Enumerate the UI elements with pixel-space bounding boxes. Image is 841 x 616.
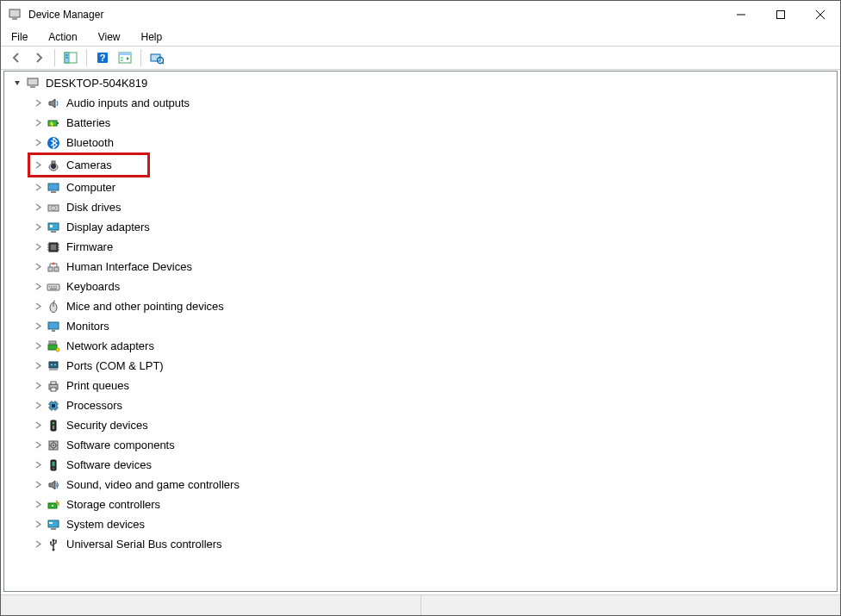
chevron-right-icon[interactable] bbox=[32, 439, 44, 451]
tree-category-monitors[interactable]: Monitors bbox=[11, 316, 837, 336]
chevron-right-icon[interactable] bbox=[32, 281, 44, 293]
chevron-right-icon[interactable] bbox=[32, 320, 44, 333]
tree-category-keyboards[interactable]: Keyboards bbox=[11, 277, 837, 296]
tree-category-label: Universal Serial Bus controllers bbox=[65, 538, 222, 551]
tree-category-bluetooth[interactable]: Bluetooth bbox=[11, 133, 837, 152]
tree-category-label: Keyboards bbox=[65, 280, 120, 293]
menu-help[interactable]: Help bbox=[138, 29, 166, 45]
svg-rect-88 bbox=[53, 462, 55, 466]
computer-root-icon bbox=[25, 76, 40, 91]
svg-rect-44 bbox=[48, 267, 53, 271]
chevron-right-icon[interactable] bbox=[32, 137, 44, 149]
chevron-right-icon[interactable] bbox=[32, 241, 44, 253]
back-button[interactable] bbox=[6, 48, 27, 67]
chevron-right-icon[interactable] bbox=[32, 519, 44, 531]
mouse-icon bbox=[46, 299, 61, 314]
svg-rect-66 bbox=[51, 388, 56, 391]
chevron-right-icon[interactable] bbox=[32, 360, 44, 372]
maximize-button[interactable] bbox=[761, 1, 801, 28]
device-tree[interactable]: DESKTOP-504K819Audio inputs and outputsB… bbox=[3, 71, 838, 592]
menu-action[interactable]: Action bbox=[45, 29, 80, 45]
tree-category-cameras[interactable]: Cameras bbox=[30, 155, 147, 175]
status-cell-right bbox=[421, 595, 841, 615]
disk-icon bbox=[46, 200, 61, 215]
svg-point-89 bbox=[53, 468, 54, 470]
svg-rect-52 bbox=[50, 288, 57, 289]
chevron-right-icon[interactable] bbox=[32, 159, 44, 171]
chevron-right-icon[interactable] bbox=[32, 202, 44, 214]
chevron-right-icon[interactable] bbox=[32, 301, 44, 313]
window-title: Device Manager bbox=[28, 9, 103, 21]
sound-icon bbox=[46, 477, 61, 493]
chevron-down-icon[interactable] bbox=[11, 78, 23, 90]
tree-category-security-devices[interactable]: Security devices bbox=[11, 415, 837, 435]
svg-rect-50 bbox=[53, 286, 55, 288]
tree-category-disk-drives[interactable]: Disk drives bbox=[11, 197, 837, 217]
menu-file[interactable]: File bbox=[8, 29, 31, 45]
tree-category-processors[interactable]: Processors bbox=[11, 395, 837, 415]
chevron-right-icon[interactable] bbox=[32, 340, 44, 352]
tree-category-label: Cameras bbox=[65, 159, 112, 171]
tree-category-print-queues[interactable]: Print queues bbox=[11, 376, 837, 395]
statusbar bbox=[1, 594, 840, 615]
scan-hardware-button[interactable] bbox=[146, 48, 167, 67]
chevron-right-icon[interactable] bbox=[32, 420, 44, 432]
tree-category-label: Network adapters bbox=[65, 339, 154, 352]
tree-category-mice-and-other-pointing-devices[interactable]: Mice and other pointing devices bbox=[11, 296, 837, 316]
chevron-right-icon[interactable] bbox=[32, 97, 44, 109]
tree-category-computer[interactable]: Computer bbox=[11, 177, 837, 197]
close-button[interactable] bbox=[801, 1, 840, 28]
port-icon bbox=[46, 358, 61, 374]
software-component-icon bbox=[46, 438, 61, 453]
app-icon bbox=[8, 8, 22, 22]
tree-category-display-adapters[interactable]: Display adapters bbox=[11, 217, 837, 237]
chevron-right-icon[interactable] bbox=[32, 261, 44, 273]
svg-point-46 bbox=[53, 262, 55, 264]
tree-category-ports-com-lpt-[interactable]: Ports (COM & LPT) bbox=[11, 356, 837, 376]
tree-category-universal-serial-bus-controllers[interactable]: Universal Serial Bus controllers bbox=[11, 534, 837, 554]
svg-rect-29 bbox=[51, 191, 56, 193]
menu-view[interactable]: View bbox=[95, 29, 124, 45]
svg-rect-37 bbox=[51, 245, 56, 250]
show-hide-tree-button[interactable] bbox=[60, 48, 81, 67]
tree-category-sound-video-and-game-controllers[interactable]: Sound, video and game controllers bbox=[11, 475, 837, 495]
minimize-button[interactable] bbox=[721, 1, 761, 28]
svg-rect-65 bbox=[51, 382, 56, 384]
tree-category-label: Security devices bbox=[65, 419, 148, 432]
chevron-right-icon[interactable] bbox=[32, 459, 44, 471]
system-icon bbox=[46, 517, 61, 532]
chevron-right-icon[interactable] bbox=[32, 499, 44, 511]
svg-rect-68 bbox=[52, 404, 55, 408]
action-properties-button[interactable] bbox=[115, 48, 135, 67]
tree-category-firmware[interactable]: Firmware bbox=[11, 237, 837, 257]
tree-category-network-adapters[interactable]: Network adapters bbox=[11, 336, 837, 356]
tree-root-node[interactable]: DESKTOP-504K819 bbox=[11, 73, 837, 93]
tree-category-label: Human Interface Devices bbox=[65, 260, 192, 273]
titlebar: Device Manager bbox=[1, 1, 840, 28]
svg-rect-33 bbox=[48, 223, 59, 230]
chevron-right-icon[interactable] bbox=[32, 182, 44, 194]
tree-category-software-devices[interactable]: Software devices bbox=[11, 455, 837, 475]
chevron-right-icon[interactable] bbox=[32, 117, 44, 129]
toolbar-separator bbox=[86, 49, 87, 66]
firmware-icon bbox=[46, 240, 61, 255]
tree-category-batteries[interactable]: Batteries bbox=[11, 113, 837, 133]
chevron-right-icon[interactable] bbox=[32, 221, 44, 233]
tree-category-software-components[interactable]: Software components bbox=[11, 435, 837, 455]
chevron-right-icon[interactable] bbox=[32, 538, 44, 551]
chevron-right-icon[interactable] bbox=[32, 400, 44, 412]
tree-category-audio-inputs-and-outputs[interactable]: Audio inputs and outputs bbox=[11, 93, 837, 113]
chevron-right-icon[interactable] bbox=[32, 380, 44, 392]
forward-button[interactable] bbox=[28, 48, 49, 67]
tree-category-human-interface-devices[interactable]: Human Interface Devices bbox=[11, 257, 837, 277]
highlight-annotation: Cameras bbox=[28, 152, 150, 177]
svg-rect-93 bbox=[49, 522, 53, 524]
tree-category-system-devices[interactable]: System devices bbox=[11, 514, 837, 534]
svg-point-82 bbox=[53, 445, 54, 446]
chevron-right-icon[interactable] bbox=[32, 479, 44, 491]
tree-category-storage-controllers[interactable]: Storage controllers bbox=[11, 495, 837, 514]
menubar: File Action View Help bbox=[1, 28, 840, 46]
help-button[interactable]: ? bbox=[92, 48, 113, 67]
battery-icon bbox=[46, 115, 61, 131]
svg-point-95 bbox=[53, 538, 55, 541]
